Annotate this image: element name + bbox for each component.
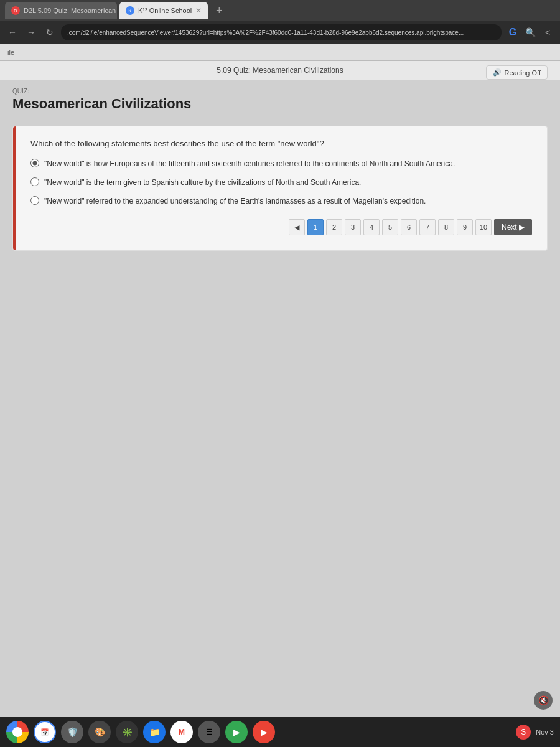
answer-option-c[interactable]: "New world" referred to the expanded und… xyxy=(30,195,532,207)
taskbar-play[interactable]: ▶ xyxy=(225,721,248,743)
next-button[interactable]: Next ▶ xyxy=(494,219,532,235)
taskbar-chrome[interactable] xyxy=(6,721,29,743)
reload-button[interactable]: ↻ xyxy=(42,25,57,40)
reading-icon: 🔊 xyxy=(493,68,502,77)
answer-option-b[interactable]: "New world" is the term given to Spanish… xyxy=(30,177,532,188)
tab-favicon-k12: K xyxy=(126,6,134,15)
browser-chrome: D D2L 5.09 Quiz: Mesoamerican Civili... … xyxy=(0,0,560,44)
page-content: ile 5.09 Quiz: Mesoamerican Civilization… xyxy=(0,44,560,717)
page-btn-4[interactable]: 4 xyxy=(363,219,380,235)
tab-k12[interactable]: K K¹² Online School ✕ xyxy=(119,2,208,19)
taskbar-photos[interactable]: 🎨 xyxy=(88,721,111,743)
tab-close-k12[interactable]: ✕ xyxy=(195,6,202,15)
page-btn-9[interactable]: 9 xyxy=(457,219,473,235)
tab-favicon-d2l: D xyxy=(11,6,20,15)
page-title: 5.09 Quiz: Mesoamerican Civilizations xyxy=(217,66,343,75)
prev-page-button[interactable]: ◀ xyxy=(289,219,305,235)
page-btn-2[interactable]: 2 xyxy=(326,219,342,235)
page-btn-3[interactable]: 3 xyxy=(345,219,361,235)
taskbar-clock: Nov 3 xyxy=(536,728,554,736)
forward-button[interactable]: → xyxy=(24,25,39,40)
page-btn-1[interactable]: 1 xyxy=(307,219,324,235)
page-title-bar: 5.09 Quiz: Mesoamerican Civilizations xyxy=(0,61,560,80)
radio-c[interactable] xyxy=(30,196,39,205)
taskbar-calendar[interactable]: 📅 xyxy=(34,721,56,743)
answer-text-b: "New world" is the term given to Spanish… xyxy=(44,177,361,188)
answer-text-a: "New world" is how Europeans of the fift… xyxy=(44,158,455,169)
taskbar-pinwheel[interactable]: ✳️ xyxy=(116,721,138,743)
tab-bar: D D2L 5.09 Quiz: Mesoamerican Civili... … xyxy=(0,0,560,21)
page-btn-7[interactable]: 7 xyxy=(419,219,436,235)
browser-icons: G 🔍 < xyxy=(505,25,555,40)
quiz-card: Which of the following statements best d… xyxy=(12,126,548,251)
address-bar-row: ← → ↻ .com/d2l/le/enhancedSequenceViewer… xyxy=(0,21,560,44)
taskbar-right: S Nov 3 xyxy=(516,725,554,740)
taskbar-docs[interactable]: ☰ xyxy=(198,721,220,743)
share-icon[interactable]: < xyxy=(540,25,555,40)
taskbar-profile[interactable]: S xyxy=(516,725,531,740)
address-text: .com/d2l/le/enhancedSequenceViewer/14536… xyxy=(67,29,464,36)
radio-a[interactable] xyxy=(30,159,39,167)
radio-b[interactable] xyxy=(30,177,39,186)
page-btn-10[interactable]: 10 xyxy=(475,219,492,235)
quiz-label: QUIZ: xyxy=(12,88,191,95)
tab-label-k12: K¹² Online School xyxy=(138,7,192,14)
taskbar: 📅 🛡️ 🎨 ✳️ 📁 M ☰ ▶ ▶ S Nov 3 xyxy=(0,717,560,747)
tab-label-d2l: D2L 5.09 Quiz: Mesoamerican Civili... xyxy=(24,7,117,14)
address-bar[interactable]: .com/d2l/le/enhancedSequenceViewer/14536… xyxy=(61,24,502,40)
question-text: Which of the following statements best d… xyxy=(30,139,532,148)
page-btn-5[interactable]: 5 xyxy=(382,219,398,235)
sound-icon-corner[interactable]: 🔇 xyxy=(534,691,553,710)
breadcrumb-bar: ile xyxy=(0,44,560,61)
taskbar-media[interactable]: ▶ xyxy=(253,721,275,743)
pagination-row: ◀ 1 2 3 4 5 6 7 8 9 10 Next ▶ xyxy=(28,219,532,240)
new-tab-button[interactable]: + xyxy=(210,2,228,19)
quiz-title: Mesoamerican Civilizations xyxy=(12,96,191,112)
search-icon[interactable]: 🔍 xyxy=(523,25,538,40)
answer-option-a[interactable]: "New world" is how Europeans of the fift… xyxy=(30,158,532,169)
back-button[interactable]: ← xyxy=(5,25,20,40)
taskbar-vpn[interactable]: 🛡️ xyxy=(61,721,83,743)
page-btn-6[interactable]: 6 xyxy=(401,219,417,235)
taskbar-files[interactable]: 📁 xyxy=(143,721,166,743)
left-accent xyxy=(13,126,16,250)
reading-off-label: Reading Off xyxy=(504,69,541,77)
answer-text-c: "New world" referred to the expanded und… xyxy=(44,195,426,207)
reading-off-button[interactable]: 🔊 Reading Off xyxy=(486,65,548,80)
quiz-container: QUIZ: Mesoamerican Civilizations 🔊 Readi… xyxy=(0,80,560,717)
google-icon[interactable]: G xyxy=(505,25,520,40)
breadcrumb: ile xyxy=(7,49,14,56)
tab-d2l[interactable]: D D2L 5.09 Quiz: Mesoamerican Civili... … xyxy=(5,2,117,19)
next-label: Next ▶ xyxy=(502,223,525,232)
taskbar-date: Nov 3 xyxy=(536,728,554,736)
page-btn-8[interactable]: 8 xyxy=(438,219,454,235)
taskbar-gmail[interactable]: M xyxy=(170,721,193,743)
